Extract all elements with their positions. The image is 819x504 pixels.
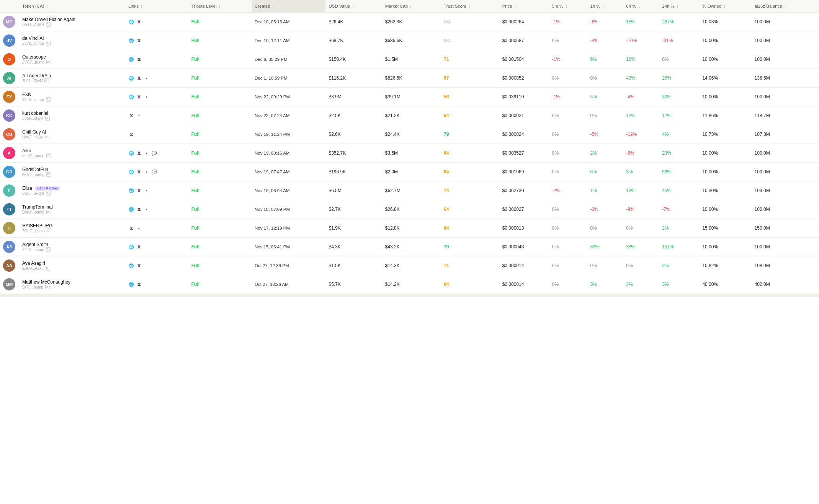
box-icon[interactable]: ▪ — [144, 188, 150, 194]
globe-icon[interactable]: 🌐 — [128, 75, 134, 81]
ca-address[interactable]: 92cR...pump ⧉ — [22, 97, 122, 102]
tribute-cell: Full — [188, 69, 252, 88]
col-balance[interactable]: ai16z Balance ↕ — [752, 0, 819, 13]
ca-address[interactable]: DsKd...pump ⧉ — [22, 210, 122, 214]
copy-icon[interactable]: ⧉ — [45, 116, 50, 121]
col-trust[interactable]: Trust Score ↕ — [441, 0, 499, 13]
copy-icon[interactable]: ⧉ — [47, 228, 51, 233]
x-icon[interactable]: 𝕏 — [128, 131, 134, 137]
x-icon[interactable]: 𝕏 — [136, 94, 142, 100]
box-icon[interactable]: ▪ — [144, 169, 150, 175]
copy-icon[interactable]: ⧉ — [46, 41, 51, 46]
ca-address[interactable]: 34nC...pump ⧉ — [22, 247, 122, 252]
globe-icon[interactable]: 🌐 — [128, 169, 134, 175]
x-icon[interactable]: 𝕏 — [136, 281, 142, 287]
ca-address[interactable]: 6EVq...pump ⧉ — [22, 172, 122, 177]
globe-icon[interactable]: 🌐 — [128, 244, 134, 250]
col-price[interactable]: Price ↕ — [499, 0, 549, 13]
globe-icon[interactable]: 🌐 — [128, 206, 134, 212]
copy-icon[interactable]: ⧉ — [44, 78, 49, 83]
globe-icon[interactable]: 🌐 — [128, 19, 134, 25]
ca-address[interactable]: 3V5F...sHyV ⧉ — [22, 116, 122, 121]
x-icon[interactable]: 𝕏 — [136, 150, 142, 156]
x-icon[interactable]: 𝕏 — [128, 225, 134, 231]
pct24h-value: 0% — [662, 57, 669, 62]
copy-icon[interactable]: ⧉ — [46, 172, 51, 177]
owned-value: 11.86% — [702, 113, 718, 118]
ca-address[interactable]: mdx5...pump ⧉ — [22, 153, 122, 158]
copy-icon[interactable]: ⧉ — [46, 210, 51, 214]
copy-icon[interactable]: ⧉ — [46, 266, 50, 271]
globe-icon[interactable]: 🌐 — [128, 188, 134, 194]
box-icon[interactable]: ▪ — [136, 225, 142, 231]
copy-icon[interactable]: ⧉ — [45, 285, 50, 289]
created-cell: Nov 22, 07:24 AM — [252, 106, 325, 125]
globe-icon[interactable]: 🌐 — [128, 56, 134, 62]
globe-icon[interactable]: 🌐 — [128, 94, 134, 100]
x-icon[interactable]: 𝕏 — [136, 75, 142, 81]
ca-address[interactable]: 23Vd...pump ⧉ — [22, 41, 122, 46]
copy-icon[interactable]: ⧉ — [46, 247, 51, 252]
box-icon[interactable]: ▪ — [144, 206, 150, 212]
bubble-icon[interactable]: 💬 — [151, 150, 157, 156]
copy-icon[interactable]: ⧉ — [46, 153, 51, 158]
tribute-cell: Full — [188, 50, 252, 69]
x-icon[interactable]: 𝕏 — [136, 169, 142, 175]
globe-icon[interactable]: 🌐 — [128, 150, 134, 156]
ca-address[interactable]: 7b01...ZjwN ⧉ — [22, 78, 122, 83]
col-owned[interactable]: % Owned ↕ — [699, 0, 751, 13]
box-icon[interactable]: ▪ — [144, 75, 150, 81]
x-icon[interactable]: 𝕏 — [136, 263, 142, 269]
x-icon[interactable]: 𝕏 — [136, 19, 142, 25]
copy-icon[interactable]: ⧉ — [46, 191, 51, 196]
ca-address[interactable]: rVnU...A3BH ⧉ — [22, 22, 122, 27]
token-ca-cell: FXN 92cR...pump ⧉ — [19, 88, 125, 106]
box-icon[interactable]: ▪ — [136, 113, 142, 119]
created-date: Nov 19, 08:16 AM — [255, 151, 289, 155]
ca-address[interactable]: 7GnE...pump ⧉ — [22, 228, 122, 233]
owned-value: 10.73% — [702, 132, 718, 137]
box-icon[interactable]: ▪ — [144, 150, 150, 156]
col-created[interactable]: Created ↓ — [252, 0, 325, 13]
avatar: GD — [3, 166, 15, 178]
x-icon[interactable]: 𝕏 — [136, 206, 142, 212]
ca-address[interactable]: HyVF...nk3u ⧉ — [22, 135, 122, 139]
links-cell: 🌐𝕏▪💬 — [125, 144, 188, 163]
price-value: $0.000013 — [502, 225, 524, 231]
balance-value: 150.0M — [755, 225, 770, 231]
bubble-icon[interactable]: 💬 — [151, 169, 157, 175]
col-5m[interactable]: 5m % ↕ — [549, 0, 587, 13]
pct1h-cell: 5% — [587, 88, 623, 106]
ca-address[interactable]: E3UV...e1au ⧉ — [22, 266, 122, 271]
trust-cell: 64 — [441, 219, 499, 238]
copy-icon[interactable]: ⧉ — [46, 97, 51, 102]
box-icon[interactable]: ▪ — [144, 94, 150, 100]
x-icon[interactable]: 𝕏 — [128, 113, 134, 119]
col-token-ca[interactable]: Token (CA) ↕ — [19, 0, 125, 13]
col-mcap[interactable]: Market Cap ↕ — [382, 0, 441, 13]
balance-value: 100.0M — [755, 150, 770, 156]
ca-address[interactable]: 5k75...pump ⧉ — [22, 285, 122, 289]
copy-icon[interactable]: ⧉ — [46, 22, 51, 27]
col-24h[interactable]: 24h % ↕ — [659, 0, 699, 13]
x-icon[interactable]: 𝕏 — [136, 38, 142, 44]
pct1h-cell: 39% — [587, 238, 623, 256]
ca-address[interactable]: 2VC7...pump ⧉ — [22, 60, 122, 64]
globe-icon[interactable]: 🌐 — [128, 281, 134, 287]
x-icon[interactable]: 𝕏 — [136, 244, 142, 250]
x-icon[interactable]: 𝕏 — [136, 188, 142, 194]
balance-cell: 100.0M — [752, 13, 819, 31]
globe-icon[interactable]: 🌐 — [128, 263, 134, 269]
globe-icon[interactable]: 🌐 — [128, 38, 134, 44]
col-usd[interactable]: USD Value ↕ — [325, 0, 382, 13]
col-tribute[interactable]: Tribute Level ↕ — [188, 0, 252, 13]
col-6h[interactable]: 6h % ↕ — [623, 0, 659, 13]
col-1h[interactable]: 1h % ↕ — [587, 0, 623, 13]
ca-address[interactable]: 5vo5...uRqM ⧉ — [22, 191, 122, 196]
pct6h-cell: 13% — [623, 181, 659, 200]
trust-score: 71 — [444, 263, 449, 268]
x-icon[interactable]: 𝕏 — [136, 56, 142, 62]
copy-icon[interactable]: ⧉ — [45, 135, 49, 139]
copy-icon[interactable]: ⧉ — [46, 60, 51, 64]
col-links[interactable]: Links ↕ — [125, 0, 188, 13]
